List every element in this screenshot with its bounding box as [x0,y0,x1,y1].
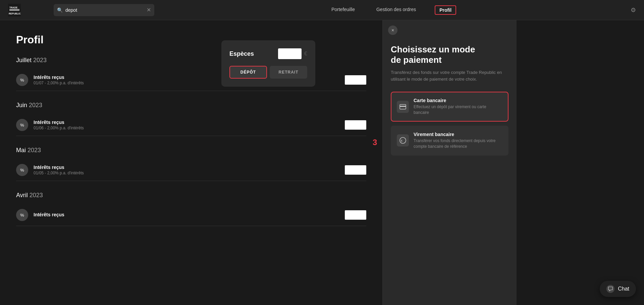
panel-title: Choisissez un mode de paiement [391,44,508,65]
transaction-row[interactable]: %Intérêts reçus01/05 - 2,00% p.a. d'inté… [16,159,366,181]
bank-option-desc: Transférer vos fonds directement depuis … [414,138,502,149]
panel-subtitle: Transférez des fonds sur votre compte Tr… [391,69,508,82]
tx-title: Intérêts reçus [34,212,339,217]
payment-option-card[interactable]: Carte bancaire Effectuez un dépôt par vi… [391,92,508,122]
svg-text:€: € [401,139,402,142]
svg-rect-6 [400,106,406,107]
bank-option-info: Virement bancaire Transférer vos fonds d… [414,132,502,149]
logo: TRADE REPUBLIC [8,4,48,16]
nav-portefeuille[interactable]: Portefeuille [329,5,358,15]
tx-icon: % [16,74,28,86]
right-panel: × Choisissez un mode de paiement Transfé… [382,20,517,305]
month-section: Juin 2023%Intérêts reçus01/06 - 2,00% p.… [16,102,366,136]
chat-button[interactable]: Chat [600,281,636,297]
tx-icon: % [16,119,28,131]
tx-subtitle: 01/05 - 2,00% p.a. d'intérêts [34,171,339,175]
card-option-info: Carte bancaire Effectuez un dépôt par vi… [414,98,502,116]
month-heading: Mai 2023 [16,147,366,154]
tx-amount [345,120,366,130]
transaction-row[interactable]: %Intérêts reçus01/06 - 2,00% p.a. d'inté… [16,114,366,136]
month-section: Avril 2023%Intérêts reçus [16,192,366,226]
especes-modal: Espèces € DÉPÔT RETRAIT [221,40,315,87]
tx-details: Intérêts reçus01/05 - 2,00% p.a. d'intér… [34,165,339,175]
tx-title: Intérêts reçus [34,120,339,125]
depot-button[interactable]: DÉPÔT [229,66,267,79]
especes-header: Espèces € [229,48,307,59]
chat-icon [606,285,614,293]
especes-title: Espèces [229,50,254,57]
payment-option-bank[interactable]: € Virement bancaire Transférer vos fonds… [391,126,508,156]
tx-title: Intérêts reçus [34,165,339,170]
search-bar[interactable]: 🔍 ✕ [54,4,154,16]
header-right: ⚙ [631,6,636,14]
bank-icon: € [397,134,409,146]
tx-icon: % [16,164,28,176]
layout: Profil Juillet 2023%Intérêts reçus01/07 … [0,20,644,305]
card-icon [397,101,409,113]
transaction-row[interactable]: %Intérêts reçus [16,204,366,226]
svg-text:TRADE: TRADE [9,6,17,9]
header: TRADE REPUBLIC 🔍 ✕ Portefeuille Gestion … [0,0,644,20]
tx-amount [345,210,366,220]
nav-profil[interactable]: Profil [435,5,456,15]
main-content: Profil Juillet 2023%Intérêts reçus01/07 … [0,20,382,305]
card-option-title: Carte bancaire [414,98,502,103]
tx-amount [345,75,366,85]
tx-icon: % [16,209,28,221]
settings-icon[interactable]: ⚙ [631,6,636,14]
bank-option-title: Virement bancaire [414,132,502,137]
chat-label: Chat [618,286,629,292]
annotation-3: 3 [373,138,377,147]
search-input[interactable] [65,7,144,13]
especes-amount-wrapper: € [278,48,307,59]
main-nav: Portefeuille Gestion des ordres Profil [160,5,625,15]
nav-gestion-des-ordres[interactable]: Gestion des ordres [374,5,419,15]
especes-currency: € [304,51,307,57]
card-option-desc: Effectuez un dépôt par virement ou carte… [414,104,502,116]
tx-subtitle: 01/06 - 2,00% p.a. d'intérêts [34,126,339,130]
tx-details: Intérêts reçus01/06 - 2,00% p.a. d'intér… [34,120,339,130]
especes-buttons: DÉPÔT RETRAIT [229,66,307,79]
month-section: Mai 2023%Intérêts reçus01/05 - 2,00% p.a… [16,147,366,181]
especes-amount [278,48,302,59]
tx-amount [345,165,366,175]
month-heading: Avril 2023 [16,192,366,199]
clear-search-icon[interactable]: ✕ [147,7,151,13]
svg-text:REPUBLIC: REPUBLIC [9,12,21,15]
month-heading: Juin 2023 [16,102,366,109]
tx-details: Intérêts reçus [34,212,339,218]
search-icon: 🔍 [57,7,63,13]
retrait-button[interactable]: RETRAIT [270,66,307,79]
panel-close-button[interactable]: × [388,26,397,35]
